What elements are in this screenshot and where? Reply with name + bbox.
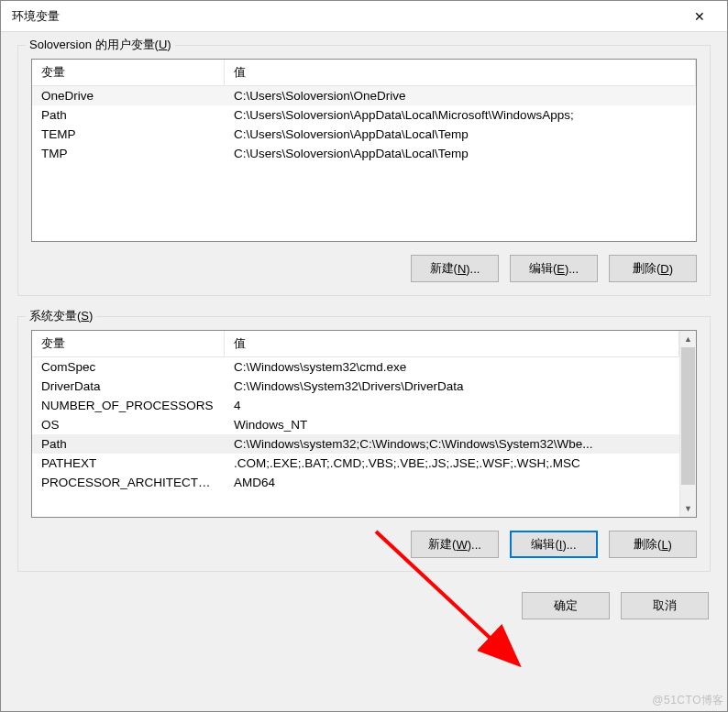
new-user-var-button[interactable]: 新建(N)... <box>411 255 499 282</box>
cell-value: C:\Users\Soloversion\AppData\Local\Micro… <box>225 105 696 125</box>
dialog-bottom-buttons: 确定 取消 <box>17 592 711 619</box>
cell-variable: TMP <box>32 144 225 163</box>
table-row[interactable]: OS Windows_NT <box>32 415 679 434</box>
cell-value: C:\Windows\System32\Drivers\DriverData <box>225 377 679 396</box>
table-row-selected[interactable]: Path C:\Windows\system32;C:\Windows;C:\W… <box>32 434 679 454</box>
table-row[interactable]: NUMBER_OF_PROCESSORS 4 <box>32 396 679 415</box>
edit-system-var-button[interactable]: 编辑(I)... <box>510 531 598 558</box>
cell-variable: PATHEXT <box>32 454 225 473</box>
cell-value: AMD64 <box>225 473 679 492</box>
table-row[interactable]: PATHEXT .COM;.EXE;.BAT;.CMD;.VBS;.VBE;.J… <box>32 454 679 473</box>
list-rows: ComSpec C:\Windows\system32\cmd.exe Driv… <box>32 357 679 492</box>
cell-value: Windows_NT <box>225 415 679 434</box>
user-group-label: Soloversion 的用户变量(U) <box>26 37 175 53</box>
table-row[interactable]: Path C:\Users\Soloversion\AppData\Local\… <box>32 105 696 125</box>
cell-variable: TEMP <box>32 125 225 144</box>
user-buttons-row: 新建(N)... 编辑(E)... 删除(D) <box>31 255 697 282</box>
table-row[interactable]: OneDrive C:\Users\Soloversion\OneDrive <box>32 86 696 105</box>
list-header[interactable]: 变量 值 <box>32 60 696 86</box>
cancel-button[interactable]: 取消 <box>621 592 709 619</box>
cell-value: .COM;.EXE;.BAT;.CMD;.VBS;.VBE;.JS;.JSE;.… <box>225 454 679 473</box>
watermark: @51CTO博客 <box>652 693 724 708</box>
table-row[interactable]: ComSpec C:\Windows\system32\cmd.exe <box>32 357 679 377</box>
cell-value: 4 <box>225 396 679 415</box>
cell-variable: ComSpec <box>32 357 225 377</box>
environment-variables-dialog: 环境变量 ✕ Soloversion 的用户变量(U) 变量 值 OneDriv… <box>0 0 728 712</box>
cell-variable: NUMBER_OF_PROCESSORS <box>32 396 225 415</box>
column-value[interactable]: 值 <box>225 60 696 85</box>
scrollbar[interactable]: ▲ ▼ <box>679 331 696 517</box>
system-group-label: 系统变量(S) <box>26 308 96 324</box>
delete-system-var-button[interactable]: 删除(L) <box>609 531 697 558</box>
table-row[interactable]: TEMP C:\Users\Soloversion\AppData\Local\… <box>32 125 696 144</box>
cell-value: C:\Users\Soloversion\AppData\Local\Temp <box>225 144 696 163</box>
close-icon: ✕ <box>694 10 705 23</box>
user-variables-group: Soloversion 的用户变量(U) 变量 值 OneDrive C:\Us… <box>17 45 711 296</box>
system-variables-list[interactable]: 变量 值 ComSpec C:\Windows\system32\cmd.exe… <box>31 330 697 518</box>
cell-variable: OneDrive <box>32 86 225 105</box>
table-row[interactable]: TMP C:\Users\Soloversion\AppData\Local\T… <box>32 144 696 163</box>
scroll-track[interactable] <box>680 347 696 500</box>
close-button[interactable]: ✕ <box>679 3 720 30</box>
list-header[interactable]: 变量 值 <box>32 331 679 357</box>
titlebar: 环境变量 ✕ <box>1 1 727 32</box>
list-rows: OneDrive C:\Users\Soloversion\OneDrive P… <box>32 86 696 163</box>
cell-variable: Path <box>32 105 225 125</box>
scroll-up-icon[interactable]: ▲ <box>680 331 696 347</box>
user-variables-list[interactable]: 变量 值 OneDrive C:\Users\Soloversion\OneDr… <box>31 59 697 242</box>
system-variables-group: 系统变量(S) 变量 值 ComSpec C:\Windows\system32… <box>17 316 711 572</box>
scroll-thumb[interactable] <box>681 347 695 485</box>
cell-variable: PROCESSOR_ARCHITECTURE <box>32 473 225 492</box>
scroll-down-icon[interactable]: ▼ <box>680 500 696 517</box>
window-title: 环境变量 <box>12 8 679 25</box>
cell-value: C:\Windows\system32;C:\Windows;C:\Window… <box>225 434 679 454</box>
cell-variable: DriverData <box>32 377 225 396</box>
dialog-body: Soloversion 的用户变量(U) 变量 值 OneDrive C:\Us… <box>1 32 727 711</box>
edit-user-var-button[interactable]: 编辑(E)... <box>510 255 598 282</box>
cell-value: C:\Users\Soloversion\OneDrive <box>225 86 696 105</box>
column-variable[interactable]: 变量 <box>32 60 225 85</box>
cell-variable: Path <box>32 434 225 454</box>
new-system-var-button[interactable]: 新建(W)... <box>411 531 499 558</box>
system-buttons-row: 新建(W)... 编辑(I)... 删除(L) <box>31 531 697 558</box>
column-value[interactable]: 值 <box>225 331 679 356</box>
table-row[interactable]: DriverData C:\Windows\System32\Drivers\D… <box>32 377 679 396</box>
ok-button[interactable]: 确定 <box>522 592 610 619</box>
column-variable[interactable]: 变量 <box>32 331 225 356</box>
delete-user-var-button[interactable]: 删除(D) <box>609 255 697 282</box>
cell-value: C:\Windows\system32\cmd.exe <box>225 357 679 377</box>
cell-value: C:\Users\Soloversion\AppData\Local\Temp <box>225 125 696 144</box>
cell-variable: OS <box>32 415 225 434</box>
table-row[interactable]: PROCESSOR_ARCHITECTURE AMD64 <box>32 473 679 492</box>
